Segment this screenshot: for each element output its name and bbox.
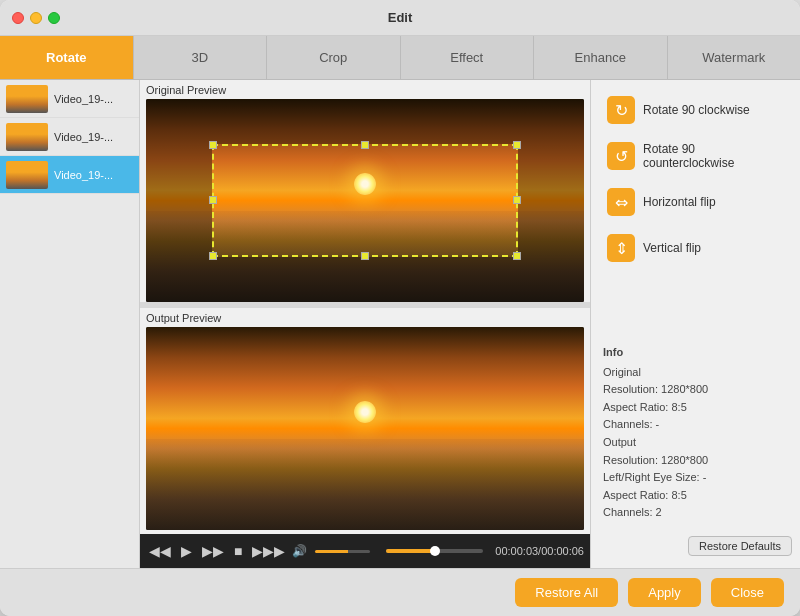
rotate-cw-label: Rotate 90 clockwise [643,103,750,117]
output-water [146,439,584,530]
tab-watermark[interactable]: Watermark [668,36,801,79]
progress-area[interactable] [386,549,483,553]
info-output-aspect: Aspect Ratio: 8:5 [603,487,788,505]
sidebar: Video_19-... Video_19-... Video_19-... [0,80,140,568]
flip-v-label: Vertical flip [643,241,701,255]
close-button[interactable]: Close [711,578,784,607]
progress-bar-fill [386,549,434,553]
restore-all-button[interactable]: Restore All [515,578,618,607]
info-output-resolution: Resolution: 1280*800 [603,452,788,470]
sidebar-item-0[interactable]: Video_19-... [0,80,139,118]
center-area: Original Preview [140,80,590,568]
sidebar-item-1[interactable]: Video_19-... [0,118,139,156]
tab-enhance[interactable]: Enhance [534,36,668,79]
original-preview-label: Original Preview [146,84,584,96]
tabs-bar: Rotate 3D Crop Effect Enhance Watermark [0,36,800,80]
rotate-cw-icon: ↻ [607,96,635,124]
crop-handle-bl[interactable] [209,252,217,260]
tab-3d[interactable]: 3D [134,36,268,79]
rotate-ccw-button[interactable]: ↺ Rotate 90 counterclockwise [599,136,792,176]
sidebar-thumb-2 [6,161,48,189]
bottom-bar: Restore All Apply Close [0,568,800,616]
crop-handle-bm[interactable] [361,252,369,260]
maximize-traffic-light[interactable] [48,12,60,24]
sidebar-label-0: Video_19-... [54,93,113,105]
output-sun [354,401,376,423]
controls-bar: ◀◀ ▶ ▶▶ ■ ▶▶▶ 🔊 00:00:03/00:00:06 [140,534,590,568]
crop-handle-tr[interactable] [513,141,521,149]
restore-defaults-container: Restore Defaults [599,532,792,560]
skip-forward-button[interactable]: ▶▶▶ [249,543,288,559]
sidebar-thumb-0 [6,85,48,113]
sidebar-label-2: Video_19-... [54,169,113,181]
flip-h-button[interactable]: ⇔ Horizontal flip [599,182,792,222]
main-window: Edit Rotate 3D Crop Effect Enhance Water… [0,0,800,616]
flip-v-button[interactable]: ⇕ Vertical flip [599,228,792,268]
crop-handle-mr[interactable] [513,196,521,204]
title-bar: Edit [0,0,800,36]
sidebar-thumb-1 [6,123,48,151]
info-output-eye-size: Left/Right Eye Size: - [603,469,788,487]
rotate-ccw-icon: ↺ [607,142,635,170]
volume-icon: 🔊 [292,544,307,558]
restore-defaults-button[interactable]: Restore Defaults [688,536,792,556]
info-output-channels: Channels: 2 [603,504,788,522]
sidebar-label-1: Video_19-... [54,131,113,143]
minimize-traffic-light[interactable] [30,12,42,24]
tab-rotate[interactable]: Rotate [0,36,134,79]
crop-handle-br[interactable] [513,252,521,260]
original-preview-frame [146,99,584,302]
sidebar-item-2[interactable]: Video_19-... [0,156,139,194]
traffic-lights [12,12,60,24]
info-original-resolution: Resolution: 1280*800 [603,381,788,399]
window-title: Edit [388,10,413,25]
flip-h-label: Horizontal flip [643,195,716,209]
info-original-label: Original [603,364,788,382]
output-preview-section: Output Preview [140,308,590,534]
flip-h-icon: ⇔ [607,188,635,216]
time-display: 00:00:03/00:00:06 [495,545,584,557]
apply-button[interactable]: Apply [628,578,701,607]
info-original-aspect: Aspect Ratio: 8:5 [603,399,788,417]
output-preview-label: Output Preview [146,312,584,324]
stop-button[interactable]: ■ [231,543,245,559]
skip-back-button[interactable]: ◀◀ [146,543,174,559]
rotate-cw-button[interactable]: ↻ Rotate 90 clockwise [599,90,792,130]
rotate-ccw-label: Rotate 90 counterclockwise [643,142,784,170]
info-output-label: Output [603,434,788,452]
info-section: Info Original Resolution: 1280*800 Aspec… [599,340,792,526]
crop-handle-ml[interactable] [209,196,217,204]
main-content: Video_19-... Video_19-... Video_19-... O… [0,80,800,568]
info-title: Info [603,344,788,362]
close-traffic-light[interactable] [12,12,24,24]
crop-handle-tm[interactable] [361,141,369,149]
volume-slider[interactable] [315,550,370,553]
tab-effect[interactable]: Effect [401,36,535,79]
output-preview-frame [146,327,584,530]
progress-thumb[interactable] [430,546,440,556]
step-forward-button[interactable]: ▶▶ [199,543,227,559]
tab-crop[interactable]: Crop [267,36,401,79]
crop-rectangle[interactable] [212,144,519,258]
right-panel: ↻ Rotate 90 clockwise ↺ Rotate 90 counte… [590,80,800,568]
crop-handle-tl[interactable] [209,141,217,149]
info-original-channels: Channels: - [603,416,788,434]
flip-v-icon: ⇕ [607,234,635,262]
play-button[interactable]: ▶ [178,543,195,559]
original-preview-section: Original Preview [140,80,590,302]
